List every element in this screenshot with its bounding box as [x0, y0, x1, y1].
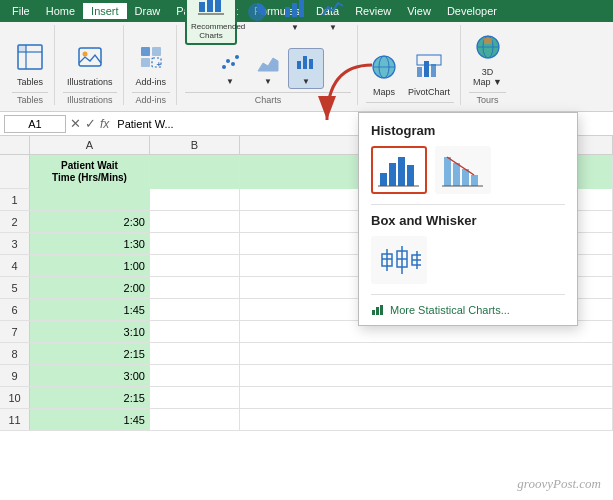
illustrations-icon — [76, 43, 104, 75]
tables-button[interactable]: Tables — [12, 41, 48, 89]
cell-a3[interactable]: 1:30 — [30, 233, 150, 254]
pie-chart-button[interactable] — [239, 0, 275, 29]
cell-b8[interactable] — [150, 343, 240, 364]
maps-button[interactable]: Maps — [366, 51, 402, 99]
more-statistical-charts-link[interactable]: More Statistical Charts... — [371, 303, 565, 317]
row-number: 6 — [0, 299, 30, 320]
ribbon-group-addins: + Add-ins Add-ins — [126, 25, 178, 105]
svg-rect-45 — [453, 163, 460, 186]
maps-icon — [370, 53, 398, 85]
svg-rect-19 — [299, 0, 304, 17]
illustrations-group-label: Illustrations — [63, 92, 117, 105]
cell-a6[interactable]: 1:45 — [30, 299, 150, 320]
svg-rect-42 — [407, 165, 414, 186]
cell-b1[interactable] — [150, 189, 240, 210]
cell-b-header[interactable] — [150, 155, 240, 189]
cell-b11[interactable] — [150, 409, 240, 430]
row-number: 8 — [0, 343, 30, 364]
scatter-chart-button[interactable]: ▼ — [212, 49, 248, 88]
area-chart-button[interactable]: ▼ — [250, 49, 286, 88]
table-row: 8 2:15 — [0, 343, 613, 365]
addins-button[interactable]: + Add-ins — [132, 41, 171, 89]
svg-rect-25 — [303, 56, 307, 69]
cell-b7[interactable] — [150, 321, 240, 342]
svg-rect-30 — [417, 67, 422, 77]
3dmap-button[interactable]: 3DMap ▼ — [469, 31, 506, 89]
svg-rect-32 — [431, 64, 436, 77]
bar-chart-button[interactable]: ▼ — [277, 0, 313, 34]
line-chart-button[interactable]: ▼ — [315, 0, 351, 34]
cell-a2[interactable]: 2:30 — [30, 211, 150, 232]
cell-c8[interactable] — [240, 343, 613, 364]
cell-a9[interactable]: 3:00 — [30, 365, 150, 386]
cell-a4[interactable]: 1:00 — [30, 255, 150, 276]
popup-divider1 — [371, 204, 565, 205]
svg-rect-39 — [380, 173, 387, 186]
menu-review[interactable]: Review — [347, 3, 399, 19]
cell-a5[interactable]: 2:00 — [30, 277, 150, 298]
area-chart-icon — [257, 51, 279, 77]
illustrations-label: Illustrations — [67, 77, 113, 87]
menu-draw[interactable]: Draw — [127, 3, 169, 19]
cell-c10[interactable] — [240, 387, 613, 408]
cell-a7[interactable]: 3:10 — [30, 321, 150, 342]
cell-b4[interactable] — [150, 255, 240, 276]
popup-divider2 — [371, 294, 565, 295]
cell-b10[interactable] — [150, 387, 240, 408]
fx-label: fx — [100, 117, 109, 131]
addins-group-label: Add-ins — [132, 92, 171, 105]
svg-rect-4 — [79, 48, 101, 66]
row-number: 11 — [0, 409, 30, 430]
cell-a10[interactable]: 2:15 — [30, 387, 150, 408]
cell-a8[interactable]: 2:15 — [30, 343, 150, 364]
svg-point-23 — [235, 55, 239, 59]
ribbon-group-maps: Maps PivotChart — [360, 25, 461, 105]
histogram-option-selected[interactable] — [371, 146, 427, 194]
cell-b2[interactable] — [150, 211, 240, 232]
scatter-chart-icon — [219, 51, 241, 77]
row-number: 7 — [0, 321, 30, 342]
recommended-charts-label: RecommendedCharts — [191, 22, 231, 41]
svg-rect-13 — [215, 0, 221, 12]
svg-point-20 — [222, 65, 226, 69]
box-whisker-option[interactable] — [371, 236, 427, 284]
statistical-chart-button[interactable]: ▼ — [288, 48, 324, 89]
menu-insert[interactable]: Insert — [83, 3, 127, 19]
cell-b3[interactable] — [150, 233, 240, 254]
cell-a-header[interactable]: Patient WaitTime (Hrs/Mins) — [30, 155, 150, 189]
pivot-chart-button[interactable]: PivotChart — [404, 51, 454, 99]
cell-c9[interactable] — [240, 365, 613, 386]
svg-point-21 — [226, 59, 230, 63]
svg-rect-40 — [389, 163, 396, 186]
recommended-charts-button[interactable]: ✓ RecommendedCharts — [185, 0, 237, 45]
table-row: 10 2:15 — [0, 387, 613, 409]
cell-a11[interactable]: 1:45 — [30, 409, 150, 430]
pareto-option[interactable] — [435, 146, 491, 194]
row-number — [0, 155, 30, 188]
tables-group-label: Tables — [12, 92, 48, 105]
cell-b9[interactable] — [150, 365, 240, 386]
charts-group-label: Charts — [185, 92, 351, 105]
histogram-dropdown-popup: Histogram Box and Whisker — [358, 112, 578, 326]
cancel-formula-icon[interactable]: ✕ — [70, 116, 81, 131]
cell-c11[interactable] — [240, 409, 613, 430]
cell-b5[interactable] — [150, 277, 240, 298]
svg-rect-44 — [444, 157, 451, 186]
menu-view[interactable]: View — [399, 3, 439, 19]
cell-b6[interactable] — [150, 299, 240, 320]
3dmap-label: 3DMap ▼ — [473, 67, 502, 87]
illustrations-button[interactable]: Illustrations — [63, 41, 117, 89]
menu-developer[interactable]: Developer — [439, 3, 505, 19]
histogram-chart-options — [371, 146, 565, 194]
menu-home[interactable]: Home — [38, 3, 83, 19]
menu-file[interactable]: File — [4, 3, 38, 19]
pie-chart-icon — [246, 1, 268, 27]
cell-a1[interactable] — [30, 189, 150, 210]
col-header-a: A — [30, 136, 150, 154]
formula-icons: ✕ ✓ — [70, 116, 96, 131]
svg-rect-11 — [199, 2, 205, 12]
3dmap-group-label: Tours — [469, 92, 506, 105]
cell-reference[interactable] — [4, 115, 66, 133]
svg-rect-24 — [297, 61, 301, 69]
confirm-formula-icon[interactable]: ✓ — [85, 116, 96, 131]
